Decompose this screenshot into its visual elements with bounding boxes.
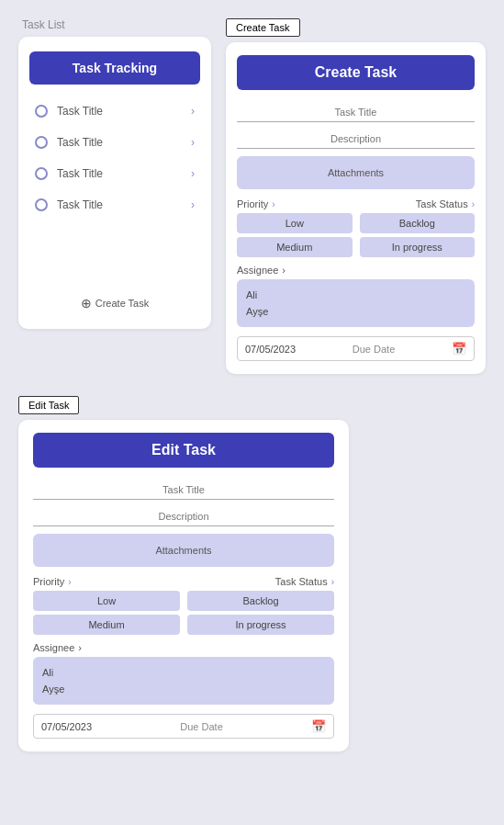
chevron-right-icon: › xyxy=(191,105,195,118)
create-task-button-small[interactable]: ⊕ Create Task xyxy=(29,292,200,314)
task-list-header: Task Tracking xyxy=(29,51,200,85)
edit-task-card: Edit Task Attachments Priority › Task St… xyxy=(18,420,349,752)
chevron-right-icon: › xyxy=(191,198,195,211)
task-list-label: Task List xyxy=(18,18,211,31)
edit-assignee-label: Assignee xyxy=(33,642,74,653)
edit-assignee-ayse: Ayşe xyxy=(42,681,325,697)
list-item[interactable]: Task Title › xyxy=(29,191,200,219)
date-value: 07/05/2023 xyxy=(245,344,296,355)
edit-task-header: Edit Task xyxy=(33,433,334,468)
list-item[interactable]: Task Title › xyxy=(29,97,200,125)
task-list-panel: Task List Task Tracking Task Title › Tas… xyxy=(18,18,211,329)
bottom-section: Edit Task Edit Task Attachments Priority… xyxy=(18,396,486,752)
edit-status-inprogress-tag[interactable]: In progress xyxy=(187,615,334,635)
list-item[interactable]: Task Title › xyxy=(29,160,200,187)
edit-priority-status-headers: Priority › Task Status › xyxy=(33,576,334,587)
task-item-label: Task Title xyxy=(57,105,191,118)
edit-assignee-ali: Ali xyxy=(42,664,325,681)
task-status-header: Task Status › xyxy=(416,198,475,209)
edit-priority-options: Low Medium xyxy=(33,591,180,635)
task-circle-icon xyxy=(35,105,48,118)
plus-icon: ⊕ xyxy=(81,296,92,311)
calendar-icon: 📅 xyxy=(452,342,466,356)
priority-arrow-icon: › xyxy=(272,199,274,209)
edit-task-status-header: Task Status › xyxy=(275,576,334,587)
edit-priority-low-tag[interactable]: Low xyxy=(33,591,180,611)
assignee-label: Assignee xyxy=(237,265,278,276)
edit-due-date-label: Due Date xyxy=(97,721,306,732)
edit-task-status-label: Task Status xyxy=(275,576,328,587)
chevron-right-icon: › xyxy=(191,136,195,149)
edit-description-input[interactable] xyxy=(33,507,334,526)
priority-options: Low Medium xyxy=(237,213,353,257)
create-task-card: Create Task Attachments Priority › Task … xyxy=(226,42,486,374)
due-date-row[interactable]: 07/05/2023 Due Date 📅 xyxy=(237,336,475,361)
status-inprogress-tag[interactable]: In progress xyxy=(360,237,476,257)
task-circle-icon xyxy=(35,198,48,211)
edit-task-title-input[interactable] xyxy=(33,480,334,500)
description-input[interactable] xyxy=(237,130,475,149)
create-task-badge: Create Task xyxy=(226,18,300,37)
task-circle-icon xyxy=(35,136,48,149)
edit-priority-arrow-icon: › xyxy=(68,577,71,587)
task-item-label: Task Title xyxy=(57,167,191,180)
edit-assignee-arrow-icon: › xyxy=(78,642,82,653)
assignee-arrow-icon: › xyxy=(282,265,286,276)
edit-status-options: Backlog In progress xyxy=(187,591,334,635)
priority-status-headers: Priority › Task Status › xyxy=(237,198,475,209)
assignee-ali: Ali xyxy=(246,287,465,303)
task-list-card: Task Tracking Task Title › Task Title › … xyxy=(18,37,211,329)
task-status-arrow-icon: › xyxy=(472,199,475,209)
priority-label: Priority xyxy=(237,198,268,209)
edit-status-backlog-tag[interactable]: Backlog xyxy=(187,591,334,611)
priority-medium-tag[interactable]: Medium xyxy=(237,237,353,257)
task-circle-icon xyxy=(35,167,48,180)
top-section: Task List Task Tracking Task Title › Tas… xyxy=(18,18,486,374)
priority-low-tag[interactable]: Low xyxy=(237,213,353,233)
edit-priority-status-options: Low Medium Backlog In progress xyxy=(33,591,334,635)
priority-header: Priority › xyxy=(237,198,275,209)
edit-assignee-list: Ali Ayşe xyxy=(33,657,334,705)
status-backlog-tag[interactable]: Backlog xyxy=(360,213,476,233)
task-item-label: Task Title xyxy=(57,136,191,149)
status-options: Backlog In progress xyxy=(360,213,476,257)
edit-priority-medium-tag[interactable]: Medium xyxy=(33,615,180,635)
create-task-header: Create Task xyxy=(237,55,475,90)
edit-priority-label: Priority xyxy=(33,576,64,587)
assignee-ayse: Ayşe xyxy=(246,303,465,320)
chevron-right-icon: › xyxy=(191,167,195,180)
task-item-label: Task Title xyxy=(57,198,191,211)
create-task-label-small: Create Task xyxy=(95,298,150,309)
task-title-input[interactable] xyxy=(237,103,475,122)
edit-attachments-box[interactable]: Attachments xyxy=(33,534,334,567)
edit-task-status-arrow-icon: › xyxy=(331,577,334,587)
attachments-box[interactable]: Attachments xyxy=(237,156,475,189)
due-date-label: Due Date xyxy=(301,344,446,355)
assignee-list: Ali Ayşe xyxy=(237,279,475,327)
list-item[interactable]: Task Title › xyxy=(29,129,200,156)
task-status-label: Task Status xyxy=(416,198,468,209)
edit-assignee-row: Assignee › xyxy=(33,642,334,653)
edit-date-value: 07/05/2023 xyxy=(41,721,92,732)
priority-status-options: Low Medium Backlog In progress xyxy=(237,213,475,257)
edit-priority-header: Priority › xyxy=(33,576,72,587)
edit-calendar-icon: 📅 xyxy=(311,719,326,733)
create-task-panel: Create Task Create Task Attachments Prio… xyxy=(226,18,486,374)
edit-task-badge: Edit Task xyxy=(18,396,79,414)
assignee-row: Assignee › xyxy=(237,265,475,276)
edit-due-date-row[interactable]: 07/05/2023 Due Date 📅 xyxy=(33,714,334,739)
